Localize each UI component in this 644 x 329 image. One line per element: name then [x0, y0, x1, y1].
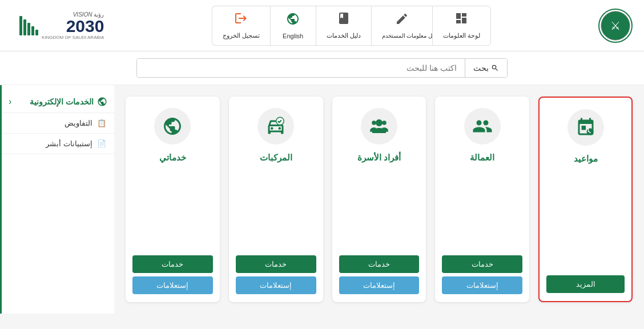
logo-area: ⚔	[598, 9, 633, 43]
english-label: English	[283, 33, 303, 39]
labor-card: العمالة خدمات إستعلامات	[435, 97, 529, 302]
family-title: أفراد الأسرة	[357, 153, 401, 163]
svg-point-5	[271, 127, 273, 130]
logout-icon	[234, 11, 248, 29]
header-nav: تسجيل الخروج English دليل الخدمات تعديل …	[212, 6, 491, 46]
family-inquiries-button[interactable]: إستعلامات	[339, 276, 420, 294]
family-icon	[369, 116, 389, 137]
logout-label: تسجيل الخروج	[223, 32, 260, 39]
sidebar-header: الخدمات الإلكترونية ‹	[2, 91, 114, 113]
my-services-inquiries-button[interactable]: إستعلامات	[132, 276, 213, 294]
sidebar-services-icon	[97, 97, 107, 107]
my-services-icon-circle	[154, 108, 191, 145]
services-guide-label: دليل الخدمات	[327, 32, 361, 39]
sidebar-item-negotiations[interactable]: 📋 التفاويض	[2, 113, 114, 134]
search-container: بحث	[136, 58, 508, 78]
cards-area: مواعيد المزيد العمالة خدمات إستعلامات	[114, 85, 644, 314]
svg-point-3	[382, 121, 387, 125]
my-services-card: خدماتي خدمات إستعلامات	[126, 97, 220, 302]
family-services-button[interactable]: خدمات	[339, 255, 420, 273]
appointments-icon-circle	[567, 109, 604, 146]
vehicles-services-button[interactable]: خدمات	[236, 255, 316, 273]
search-input[interactable]	[137, 59, 465, 77]
surveys-icon: 📄	[97, 139, 106, 148]
appointments-card: مواعيد المزيد	[538, 97, 633, 302]
labor-inquiries-button[interactable]: إستعلامات	[442, 276, 522, 294]
header: ⚔ تسجيل الخروج English دليل الخدمات	[0, 0, 644, 51]
calendar-icon	[575, 117, 596, 138]
edit-user-label: تعديل معلومات المستخدم	[382, 33, 422, 39]
search-btn-label: بحث	[473, 63, 489, 73]
family-icon-circle	[361, 108, 397, 145]
vehicles-inquiries-button[interactable]: إستعلامات	[236, 276, 316, 294]
labor-services-button[interactable]: خدمات	[442, 255, 522, 273]
sidebar: الخدمات الإلكترونية ‹ 📋 التفاويض 📄 إستبي…	[0, 85, 114, 314]
edit-user-nav-item[interactable]: تعديل معلومات المستخدم	[371, 6, 432, 46]
appointments-title: مواعيد	[574, 154, 598, 164]
globe-icon	[286, 12, 300, 29]
my-services-services-button[interactable]: خدمات	[132, 255, 213, 273]
vehicles-card: المركبات خدمات إستعلامات	[229, 97, 323, 302]
globe-services-icon	[162, 116, 183, 137]
vehicles-icon	[265, 116, 286, 137]
absher-surveys-label: إستبيانات أبشر	[46, 139, 92, 148]
my-services-title: خدماتي	[159, 153, 186, 163]
logo-circle: ⚔	[598, 9, 633, 43]
svg-point-6	[279, 127, 281, 130]
vision-logo: رؤية VISION 2030 KINGDOM OF SAUDI ARABIA	[17, 11, 104, 40]
labor-title: العمالة	[470, 153, 494, 163]
logout-nav-item[interactable]: تسجيل الخروج	[212, 6, 270, 46]
svg-text:⚔: ⚔	[610, 19, 621, 32]
appointments-more-button[interactable]: المزيد	[546, 275, 625, 293]
sidebar-item-absher-surveys[interactable]: 📄 إستبيانات أبشر	[2, 134, 114, 154]
english-nav-item[interactable]: English	[270, 6, 316, 46]
dashboard-label: لوحة العلومات	[443, 32, 480, 39]
appointments-buttons: المزيد	[546, 275, 625, 301]
search-button[interactable]: بحث	[465, 59, 507, 77]
svg-point-2	[586, 129, 593, 135]
vehicles-buttons: خدمات إستعلامات	[236, 255, 316, 302]
dashboard-nav-item[interactable]: لوحة العلومات	[432, 6, 491, 46]
edit-icon	[395, 12, 409, 29]
sidebar-title: الخدمات الإلكترونية	[30, 97, 94, 106]
negotiations-label: التفاويض	[65, 119, 92, 127]
vision-year: 2030	[66, 18, 104, 35]
sidebar-chevron-icon[interactable]: ‹	[9, 97, 11, 107]
svg-point-4	[372, 121, 376, 125]
labor-icon-circle	[464, 108, 501, 145]
main-layout: مواعيد المزيد العمالة خدمات إستعلامات	[0, 85, 644, 314]
family-buttons: خدمات إستعلامات	[339, 255, 420, 302]
vision-bars-icon	[19, 16, 38, 35]
negotiations-icon: 📋	[97, 119, 106, 127]
dashboard-icon	[454, 11, 468, 29]
vehicles-title: المركبات	[260, 153, 292, 163]
services-guide-nav-item[interactable]: دليل الخدمات	[316, 6, 371, 46]
workers-icon	[472, 116, 493, 137]
search-section: بحث	[0, 51, 644, 85]
book-icon	[337, 11, 351, 29]
my-services-buttons: خدمات إستعلامات	[132, 255, 213, 302]
family-card: أفراد الأسرة خدمات إستعلامات	[332, 97, 426, 302]
labor-buttons: خدمات إستعلامات	[442, 255, 522, 302]
sidebar-title-container: الخدمات الإلكترونية	[30, 97, 107, 107]
vision-subtitle: KINGDOM OF SAUDI ARABIA	[42, 35, 104, 40]
vehicles-icon-circle	[257, 108, 294, 145]
